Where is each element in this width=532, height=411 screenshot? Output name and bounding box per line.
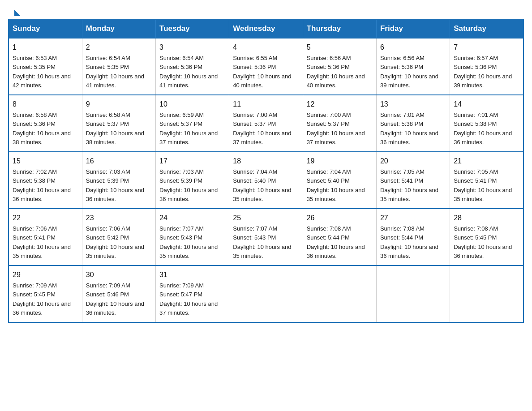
day-number: 8 xyxy=(13,99,78,110)
day-info: Sunrise: 6:58 AMSunset: 5:36 PMDaylight:… xyxy=(13,111,71,146)
calendar-cell: 16 Sunrise: 7:03 AMSunset: 5:39 PMDaylig… xyxy=(82,152,155,209)
calendar-cell: 15 Sunrise: 7:02 AMSunset: 5:38 PMDaylig… xyxy=(9,152,82,209)
calendar-cell: 3 Sunrise: 6:54 AMSunset: 5:36 PMDayligh… xyxy=(156,38,229,95)
calendar-header: SundayMondayTuesdayWednesdayThursdayFrid… xyxy=(9,19,523,38)
day-number: 18 xyxy=(233,156,299,167)
day-info: Sunrise: 7:09 AMSunset: 5:45 PMDaylight:… xyxy=(13,282,71,316)
day-number: 12 xyxy=(307,99,373,110)
day-info: Sunrise: 6:58 AMSunset: 5:37 PMDaylight:… xyxy=(86,111,144,146)
day-info: Sunrise: 7:06 AMSunset: 5:42 PMDaylight:… xyxy=(86,225,144,259)
calendar-cell: 25 Sunrise: 7:07 AMSunset: 5:43 PMDaylig… xyxy=(229,209,303,265)
calendar-cell xyxy=(376,265,450,322)
calendar-week-row: 15 Sunrise: 7:02 AMSunset: 5:38 PMDaylig… xyxy=(9,152,523,209)
day-number: 21 xyxy=(454,156,519,167)
day-info: Sunrise: 7:05 AMSunset: 5:41 PMDaylight:… xyxy=(454,168,512,202)
calendar-cell: 5 Sunrise: 6:56 AMSunset: 5:36 PMDayligh… xyxy=(303,38,376,95)
day-number: 15 xyxy=(13,156,78,167)
day-info: Sunrise: 7:07 AMSunset: 5:43 PMDaylight:… xyxy=(159,225,218,259)
calendar-cell: 12 Sunrise: 7:00 AMSunset: 5:37 PMDaylig… xyxy=(303,95,376,152)
day-number: 1 xyxy=(13,42,78,53)
day-number: 27 xyxy=(380,213,446,223)
calendar-week-row: 29 Sunrise: 7:09 AMSunset: 5:45 PMDaylig… xyxy=(9,265,523,322)
day-info: Sunrise: 7:05 AMSunset: 5:41 PMDaylight:… xyxy=(380,168,438,202)
calendar-cell: 29 Sunrise: 7:09 AMSunset: 5:45 PMDaylig… xyxy=(9,265,82,322)
day-info: Sunrise: 7:02 AMSunset: 5:38 PMDaylight:… xyxy=(13,168,71,202)
day-number: 2 xyxy=(86,42,152,53)
day-info: Sunrise: 6:54 AMSunset: 5:36 PMDaylight:… xyxy=(159,55,218,89)
day-info: Sunrise: 7:00 AMSunset: 5:37 PMDaylight:… xyxy=(307,111,365,146)
day-number: 6 xyxy=(380,42,446,53)
day-number: 22 xyxy=(13,213,78,223)
day-number: 3 xyxy=(159,42,225,53)
header-row: SundayMondayTuesdayWednesdayThursdayFrid… xyxy=(9,19,523,38)
day-number: 23 xyxy=(86,213,152,223)
calendar-cell: 2 Sunrise: 6:54 AMSunset: 5:35 PMDayligh… xyxy=(82,38,155,95)
header-cell-saturday: Saturday xyxy=(450,19,523,38)
day-info: Sunrise: 7:08 AMSunset: 5:44 PMDaylight:… xyxy=(307,225,365,259)
calendar-cell: 18 Sunrise: 7:04 AMSunset: 5:40 PMDaylig… xyxy=(229,152,303,209)
day-number: 16 xyxy=(86,156,152,167)
calendar-wrapper: SundayMondayTuesdayWednesdayThursdayFrid… xyxy=(0,19,532,331)
logo-triangle-icon xyxy=(14,10,21,16)
day-info: Sunrise: 7:04 AMSunset: 5:40 PMDaylight:… xyxy=(307,168,365,202)
calendar-cell: 28 Sunrise: 7:08 AMSunset: 5:45 PMDaylig… xyxy=(450,209,523,265)
day-number: 26 xyxy=(307,213,373,223)
calendar-cell: 17 Sunrise: 7:03 AMSunset: 5:39 PMDaylig… xyxy=(156,152,229,209)
day-info: Sunrise: 6:55 AMSunset: 5:36 PMDaylight:… xyxy=(233,55,291,89)
day-number: 29 xyxy=(13,270,78,280)
day-number: 28 xyxy=(454,213,519,223)
day-info: Sunrise: 7:01 AMSunset: 5:38 PMDaylight:… xyxy=(380,111,438,146)
header-cell-friday: Friday xyxy=(376,19,450,38)
logo xyxy=(13,8,21,14)
calendar-cell: 30 Sunrise: 7:09 AMSunset: 5:46 PMDaylig… xyxy=(82,265,155,322)
calendar-cell xyxy=(303,265,376,322)
calendar-week-row: 8 Sunrise: 6:58 AMSunset: 5:36 PMDayligh… xyxy=(9,95,523,152)
day-number: 25 xyxy=(233,213,299,223)
calendar-cell: 9 Sunrise: 6:58 AMSunset: 5:37 PMDayligh… xyxy=(82,95,155,152)
day-number: 20 xyxy=(380,156,446,167)
day-info: Sunrise: 7:09 AMSunset: 5:47 PMDaylight:… xyxy=(159,282,218,316)
calendar-cell: 10 Sunrise: 6:59 AMSunset: 5:37 PMDaylig… xyxy=(156,95,229,152)
day-info: Sunrise: 6:56 AMSunset: 5:36 PMDaylight:… xyxy=(307,55,365,89)
day-number: 9 xyxy=(86,99,152,110)
day-info: Sunrise: 6:59 AMSunset: 5:37 PMDaylight:… xyxy=(159,111,218,146)
day-info: Sunrise: 6:54 AMSunset: 5:35 PMDaylight:… xyxy=(86,55,144,89)
calendar-cell: 23 Sunrise: 7:06 AMSunset: 5:42 PMDaylig… xyxy=(82,209,155,265)
day-number: 14 xyxy=(454,99,519,110)
page-header xyxy=(0,0,532,19)
calendar-cell: 21 Sunrise: 7:05 AMSunset: 5:41 PMDaylig… xyxy=(450,152,523,209)
calendar-cell: 26 Sunrise: 7:08 AMSunset: 5:44 PMDaylig… xyxy=(303,209,376,265)
calendar-body: 1 Sunrise: 6:53 AMSunset: 5:35 PMDayligh… xyxy=(9,38,523,322)
day-info: Sunrise: 7:00 AMSunset: 5:37 PMDaylight:… xyxy=(233,111,291,146)
calendar-cell: 22 Sunrise: 7:06 AMSunset: 5:41 PMDaylig… xyxy=(9,209,82,265)
day-info: Sunrise: 6:53 AMSunset: 5:35 PMDaylight:… xyxy=(13,55,71,89)
day-number: 31 xyxy=(159,270,225,280)
calendar-cell: 13 Sunrise: 7:01 AMSunset: 5:38 PMDaylig… xyxy=(376,95,450,152)
day-info: Sunrise: 7:07 AMSunset: 5:43 PMDaylight:… xyxy=(233,225,291,259)
calendar-cell: 4 Sunrise: 6:55 AMSunset: 5:36 PMDayligh… xyxy=(229,38,303,95)
calendar-cell: 19 Sunrise: 7:04 AMSunset: 5:40 PMDaylig… xyxy=(303,152,376,209)
day-number: 5 xyxy=(307,42,373,53)
day-number: 11 xyxy=(233,99,299,110)
calendar-cell: 6 Sunrise: 6:56 AMSunset: 5:36 PMDayligh… xyxy=(376,38,450,95)
calendar-cell xyxy=(450,265,523,322)
day-number: 24 xyxy=(159,213,225,223)
calendar-cell: 27 Sunrise: 7:08 AMSunset: 5:44 PMDaylig… xyxy=(376,209,450,265)
calendar-cell: 31 Sunrise: 7:09 AMSunset: 5:47 PMDaylig… xyxy=(156,265,229,322)
calendar-cell: 1 Sunrise: 6:53 AMSunset: 5:35 PMDayligh… xyxy=(9,38,82,95)
calendar-week-row: 22 Sunrise: 7:06 AMSunset: 5:41 PMDaylig… xyxy=(9,209,523,265)
day-number: 10 xyxy=(159,99,225,110)
day-number: 13 xyxy=(380,99,446,110)
day-info: Sunrise: 7:04 AMSunset: 5:40 PMDaylight:… xyxy=(233,168,291,202)
calendar-cell: 11 Sunrise: 7:00 AMSunset: 5:37 PMDaylig… xyxy=(229,95,303,152)
day-number: 7 xyxy=(454,42,519,53)
calendar-cell: 14 Sunrise: 7:01 AMSunset: 5:38 PMDaylig… xyxy=(450,95,523,152)
day-number: 30 xyxy=(86,270,152,280)
calendar-cell: 24 Sunrise: 7:07 AMSunset: 5:43 PMDaylig… xyxy=(156,209,229,265)
day-info: Sunrise: 7:01 AMSunset: 5:38 PMDaylight:… xyxy=(454,111,512,146)
header-cell-wednesday: Wednesday xyxy=(229,19,303,38)
day-info: Sunrise: 7:08 AMSunset: 5:45 PMDaylight:… xyxy=(454,225,512,259)
header-cell-sunday: Sunday xyxy=(9,19,82,38)
header-cell-tuesday: Tuesday xyxy=(156,19,229,38)
day-info: Sunrise: 7:03 AMSunset: 5:39 PMDaylight:… xyxy=(86,168,144,202)
